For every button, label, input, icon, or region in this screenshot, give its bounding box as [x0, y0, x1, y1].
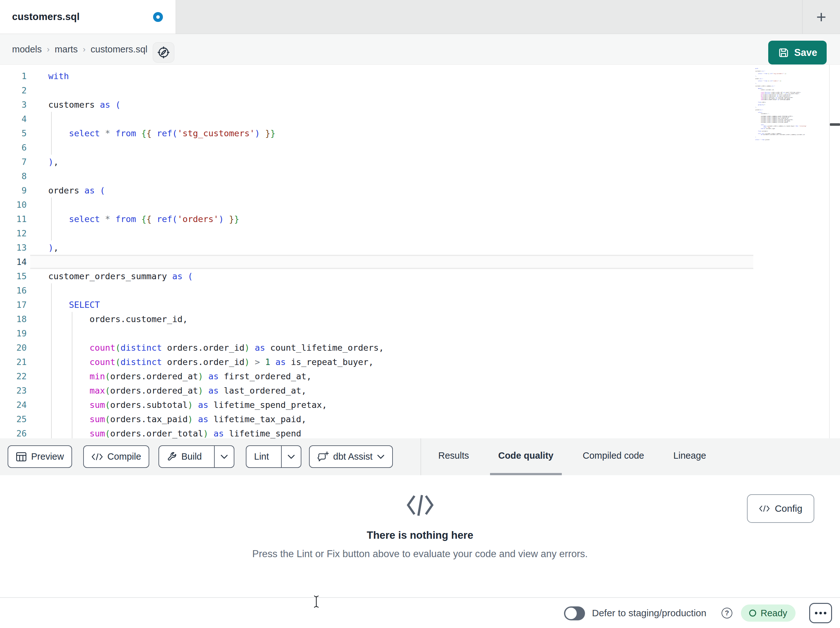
code-line: customers as ( — [48, 98, 384, 112]
breadcrumb-item-models: models — [12, 44, 42, 55]
line-number: 22 — [0, 369, 27, 383]
lint-dropdown-toggle[interactable] — [281, 446, 301, 467]
line-number: 5 — [0, 126, 27, 141]
code-line — [48, 226, 384, 240]
breadcrumb-item-file: customers.sql — [90, 44, 147, 55]
line-number: 23 — [0, 383, 27, 398]
dot — [824, 612, 826, 614]
line-number: 16 — [0, 283, 27, 297]
status-badge-label: Ready — [761, 608, 787, 619]
code-line — [48, 169, 384, 183]
line-number: 13 — [0, 240, 27, 255]
more-options-button[interactable] — [809, 603, 832, 623]
line-number: 24 — [0, 398, 27, 412]
minimap[interactable]: with customers as ( select * from {{ ref… — [755, 68, 829, 144]
save-button-label: Save — [794, 47, 817, 59]
tab-results[interactable]: Results — [430, 438, 477, 475]
line-number: 12 — [0, 226, 27, 240]
compile-button[interactable]: Compile — [83, 445, 149, 468]
breadcrumb-separator: › — [83, 44, 86, 54]
status-bar: Defer to staging/production ? Ready — [0, 597, 840, 628]
code-content: with customers as ( select * from {{ ref… — [48, 69, 384, 438]
code-line: sum(orders.tax_paid) as lifetime_tax_pai… — [48, 412, 384, 426]
code-line: ), — [48, 240, 384, 255]
code-editor[interactable]: 1234567891011121314151617181920212223242… — [0, 65, 840, 438]
help-icon[interactable]: ? — [722, 607, 732, 619]
line-number: 19 — [0, 326, 27, 340]
preview-button-label: Preview — [31, 451, 64, 462]
code-line: with — [48, 69, 384, 83]
line-number: 17 — [0, 297, 27, 312]
defer-label: Defer to staging/production — [592, 598, 706, 628]
line-number: 10 — [0, 198, 27, 212]
preview-table-icon — [16, 452, 27, 462]
code-line: orders.customer_id, — [48, 312, 384, 326]
dbt-assist-button[interactable]: dbt Assist — [309, 445, 393, 468]
line-number: 9 — [0, 183, 27, 198]
assist-chat-sparkle-icon — [317, 451, 329, 462]
unsaved-changes-dot — [153, 12, 163, 22]
line-number: 6 — [0, 141, 27, 155]
code-line — [48, 141, 384, 155]
lint-button[interactable]: Lint — [246, 445, 302, 468]
compass-icon — [157, 46, 170, 59]
file-tab-customers-sql[interactable]: customers.sql — [0, 0, 176, 34]
line-number: 8 — [0, 169, 27, 183]
tab-code-quality[interactable]: Code quality — [490, 438, 562, 475]
preview-button[interactable]: Preview — [8, 445, 72, 468]
line-number: 15 — [0, 269, 27, 283]
line-number: 7 — [0, 155, 27, 169]
save-button[interactable]: Save — [768, 41, 827, 65]
code-line — [48, 198, 384, 212]
line-number: 14 — [0, 255, 27, 269]
explore-lineage-button[interactable] — [153, 42, 174, 63]
build-button-label: Build — [182, 451, 202, 462]
code-line: ), — [48, 155, 384, 169]
indent-guide — [51, 112, 52, 155]
code-line: min(orders.ordered_at) as first_ordered_… — [48, 369, 384, 383]
code-line — [48, 83, 384, 98]
code-line: count(distinct orders.order_id) > 1 as i… — [48, 355, 384, 369]
line-number: 11 — [0, 212, 27, 226]
build-dropdown-toggle[interactable] — [214, 446, 234, 467]
wrench-icon — [167, 452, 177, 462]
breadcrumb-bar: models › marts › customers.sql Save — [0, 34, 840, 65]
chevron-down-icon — [220, 454, 228, 459]
code-line: customer_orders_summary as ( — [48, 269, 384, 283]
line-number: 18 — [0, 312, 27, 326]
lint-button-label: Lint — [254, 451, 269, 462]
indent-guide — [72, 312, 73, 438]
code-line: max(orders.ordered_at) as last_ordered_a… — [48, 383, 384, 398]
code-brackets-icon — [759, 505, 770, 513]
breadcrumb-separator: › — [47, 44, 50, 54]
code-line: sum(orders.order_total) as lifetime_spen… — [48, 426, 384, 438]
tab-lineage[interactable]: Lineage — [665, 438, 714, 475]
indent-guide — [51, 283, 52, 438]
empty-state-title: There is nothing here — [367, 529, 474, 541]
line-number: 3 — [0, 98, 27, 112]
code-line: orders as ( — [48, 183, 384, 198]
new-tab-button[interactable]: + — [802, 0, 840, 34]
code-slash-icon — [405, 494, 436, 517]
tab-bar: customers.sql + — [0, 0, 840, 34]
dot — [819, 612, 822, 614]
defer-toggle[interactable] — [564, 606, 585, 620]
code-line: select * from {{ ref('orders') }} — [48, 212, 384, 226]
status-badge: Ready — [741, 604, 796, 622]
code-line — [48, 112, 384, 126]
config-button[interactable]: Config — [747, 494, 814, 523]
code-line — [48, 255, 384, 269]
chevron-down-icon — [377, 454, 385, 459]
code-line: SELECT — [48, 297, 384, 312]
build-button[interactable]: Build — [158, 445, 234, 468]
file-tab-title: customers.sql — [12, 11, 80, 22]
empty-state-subtitle: Press the Lint or Fix button above to ev… — [252, 548, 587, 560]
status-circle-icon — [749, 610, 756, 617]
tab-compiled-code[interactable]: Compiled code — [575, 438, 652, 475]
line-number: 25 — [0, 412, 27, 426]
line-number: 26 — [0, 426, 27, 438]
breadcrumb-item-marts: marts — [55, 44, 78, 55]
config-button-label: Config — [775, 503, 802, 514]
code-line — [48, 283, 384, 297]
scrollbar-thumb[interactable] — [830, 123, 840, 126]
